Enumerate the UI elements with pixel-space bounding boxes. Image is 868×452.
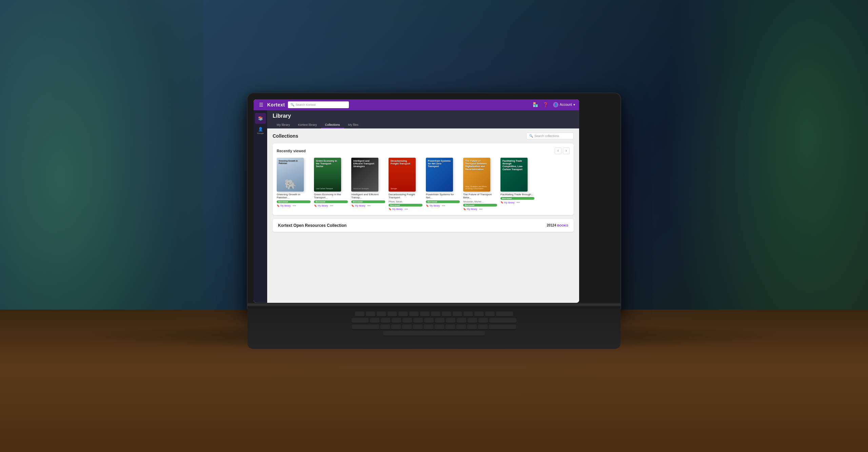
key <box>467 324 477 329</box>
recently-viewed-title: Recently viewed <box>277 149 306 153</box>
collections-title: Collections <box>273 133 298 138</box>
cover-title-text: The Future of Transport Between Digitali… <box>465 159 488 171</box>
key <box>453 311 462 316</box>
brand-logo: Kortext <box>267 102 285 107</box>
tab-my-library[interactable]: My library <box>273 121 294 128</box>
my-library-button[interactable]: 🔖 My library <box>500 201 514 204</box>
prev-arrow-button[interactable]: ‹ <box>555 147 561 154</box>
collections-search-icon: 🔍 <box>529 134 533 137</box>
my-library-button[interactable]: 🔖 My library <box>277 204 291 207</box>
sidebar-item-profile[interactable]: 👤 Groups <box>255 125 266 136</box>
hamburger-menu-button[interactable]: ☰ <box>258 102 264 107</box>
book-cover[interactable]: Powertrain Systems for Net Zero Transpor… <box>426 157 453 191</box>
key <box>424 318 434 322</box>
book-author-text: Pfiser, Sarah <box>389 200 422 203</box>
laptop-screen-outer: ☰ Kortext 🔍 Search Kortext 🏪 ❓ 👤 Account <box>248 93 620 309</box>
book-title-text: Greening Growth in Pakistan... <box>277 193 311 199</box>
status-badge: Borrowed <box>314 200 348 203</box>
library-icon: 📚 <box>258 116 263 120</box>
key <box>402 318 412 322</box>
carousel-nav-arrows: ‹ › <box>555 147 570 154</box>
cover-content: The Future of Transport Between Digitali… <box>463 157 490 191</box>
more-options-button[interactable]: ••• <box>478 208 483 211</box>
next-arrow-button[interactable]: › <box>563 147 570 154</box>
bookmark-icon: 🔖 <box>389 208 392 211</box>
help-icon-button[interactable]: ❓ <box>543 102 548 107</box>
book-cover[interactable]: The Future of Transport Between Digitali… <box>463 157 490 191</box>
cover-title-text: Green Economy in the Transport Sector <box>316 159 339 168</box>
book-cover[interactable]: Greening Growth in Pakistan 🐘 <box>277 157 304 191</box>
search-collections-bar[interactable]: 🔍 Search collections <box>526 132 574 139</box>
key <box>352 318 369 322</box>
key <box>413 318 423 322</box>
laptop-keyboard-area <box>248 308 620 349</box>
book-cover[interactable]: Intelligent and Efficient Transport Stra… <box>351 157 378 191</box>
more-options-button[interactable]: ••• <box>292 204 296 208</box>
key <box>391 324 401 329</box>
marketplace-icon-button[interactable]: 🏪 <box>533 102 538 107</box>
cover-content: Facilitating Trade through Competitive, … <box>500 157 528 191</box>
key <box>442 311 451 316</box>
collections-search-input[interactable]: Search collections <box>534 134 559 137</box>
books-count-number: 20124 <box>547 223 556 227</box>
key <box>366 311 375 316</box>
search-bar[interactable]: 🔍 Search Kortext <box>288 101 349 108</box>
content-area: Library My library Kortext library Colle… <box>267 110 579 302</box>
open-resources-section[interactable]: Kortext Open Resources Collection 20124 … <box>273 219 574 232</box>
app-ui: ☰ Kortext 🔍 Search Kortext 🏪 ❓ 👤 Account <box>254 99 579 302</box>
book-title-text: Facilitating Trade through... <box>500 193 534 196</box>
list-item: The Future of Transport Between Digitali… <box>463 157 497 211</box>
key <box>468 318 477 322</box>
keyboard <box>248 308 620 339</box>
cover-content: Decarbonizing Freight Transport Springer <box>389 157 416 191</box>
my-library-button[interactable]: 🔖 My library <box>314 204 328 207</box>
more-options-button[interactable]: ••• <box>404 208 408 211</box>
list-item: Greening Growth in Pakistan 🐘 Greening G… <box>277 157 311 211</box>
book-cover[interactable]: Decarbonizing Freight Transport Springer <box>389 157 416 191</box>
key <box>420 311 430 316</box>
key <box>446 318 455 322</box>
book-actions: 🔖 My library ••• <box>351 204 385 208</box>
cover-desc2: Ideas, Strategies and Effects on Energy … <box>465 185 488 189</box>
my-library-button[interactable]: 🔖 My library <box>351 204 365 207</box>
tab-collections[interactable]: Collections <box>321 121 344 128</box>
main-layout: 📚 👤 Groups Library My lib <box>254 110 579 302</box>
key <box>478 324 488 329</box>
more-options-button[interactable]: ••• <box>516 201 520 204</box>
status-badge: Borrowed <box>277 200 311 203</box>
cover-title-text: Powertrain Systems for Net Zero Transpor… <box>428 159 451 168</box>
tab-my-files[interactable]: My files <box>344 121 363 128</box>
spacebar-key <box>383 331 485 335</box>
my-library-button[interactable]: 🔖 My library <box>389 208 402 211</box>
book-cover[interactable]: Green Economy in the Transport Sector Lo… <box>314 157 341 191</box>
more-options-button[interactable]: ••• <box>329 204 334 208</box>
my-library-button[interactable]: 🔖 My library <box>426 204 440 207</box>
search-icon: 🔍 <box>291 103 294 106</box>
bookmark-icon: 🔖 <box>463 208 466 211</box>
laptop-hinge <box>248 302 620 307</box>
elephant-decoration: 🐘 <box>285 179 295 189</box>
book-actions: 🔖 My library ••• <box>314 204 348 208</box>
book-title-text: Decarbonizing Freight Transport <box>389 193 422 199</box>
account-button[interactable]: 👤 Account ▾ <box>553 102 575 107</box>
tab-kortext-library[interactable]: Kortext library <box>294 121 321 128</box>
sidebar-item-library[interactable]: 📚 <box>255 113 266 123</box>
book-cover[interactable]: Facilitating Trade through Competitive, … <box>500 157 528 191</box>
more-options-button[interactable]: ••• <box>441 204 446 208</box>
bookmark-icon: 🔖 <box>351 204 354 207</box>
my-library-label: My library <box>392 208 402 210</box>
my-library-button[interactable]: 🔖 My library <box>463 208 477 211</box>
profile-icon: 👤 <box>258 126 263 131</box>
key <box>446 324 455 329</box>
books-grid: Greening Growth in Pakistan 🐘 Greening G… <box>277 157 570 211</box>
status-badge: Borrowed <box>500 197 534 200</box>
search-input-placeholder[interactable]: Search Kortext <box>296 103 316 106</box>
list-item: Decarbonizing Freight Transport Springer… <box>389 157 422 211</box>
list-item: Intelligent and Efficient Transport Stra… <box>351 157 385 211</box>
key <box>496 311 513 316</box>
collections-header: Collections 🔍 Search collections <box>273 132 574 139</box>
cover-title-text: Greening Growth in Pakistan <box>279 159 302 164</box>
more-options-button[interactable]: ••• <box>367 204 371 208</box>
key <box>381 318 390 322</box>
key <box>388 311 397 316</box>
